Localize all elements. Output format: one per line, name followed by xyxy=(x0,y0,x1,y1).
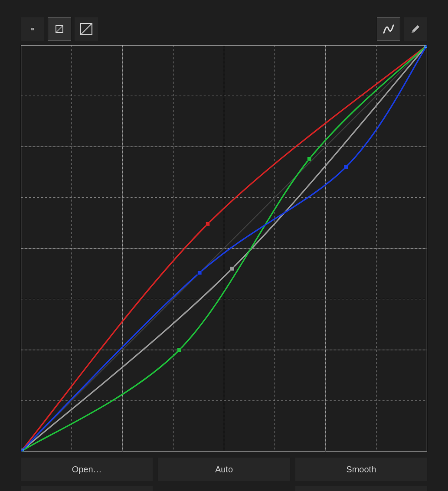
curves-panel: Open… Auto Smooth Save… Reset xyxy=(0,0,448,491)
thumb-size-group xyxy=(21,17,98,41)
curves-plot-area[interactable] xyxy=(21,45,427,452)
pencil-icon xyxy=(409,23,422,35)
thumb-medium-button[interactable] xyxy=(48,17,71,41)
curve-icon xyxy=(382,23,395,36)
svg-line-5 xyxy=(81,23,92,35)
action-row-1: Open… Auto Smooth Save… Reset xyxy=(21,458,427,491)
thumb-small-button[interactable] xyxy=(21,17,44,41)
curves-toolbar xyxy=(21,17,427,41)
svg-rect-31 xyxy=(307,157,311,161)
save-button[interactable]: Save… xyxy=(21,486,153,491)
reset-button[interactable]: Reset xyxy=(295,486,427,491)
pencil-mode-button[interactable] xyxy=(404,17,427,41)
svg-line-1 xyxy=(31,27,34,31)
medium-square-icon xyxy=(54,23,65,35)
svg-line-3 xyxy=(56,26,63,33)
svg-rect-30 xyxy=(177,348,181,352)
small-square-icon xyxy=(28,25,37,33)
blank-slot xyxy=(158,486,290,491)
svg-rect-28 xyxy=(230,267,234,271)
curve-mode-button[interactable] xyxy=(377,17,400,41)
open-button[interactable]: Open… xyxy=(21,458,153,481)
thumb-large-button[interactable] xyxy=(75,17,98,41)
curves-chart[interactable] xyxy=(21,45,427,452)
svg-rect-32 xyxy=(198,271,202,275)
auto-button[interactable]: Auto xyxy=(158,458,290,481)
svg-rect-33 xyxy=(344,165,348,169)
smooth-button[interactable]: Smooth xyxy=(295,458,427,481)
edit-mode-group xyxy=(377,17,427,41)
svg-rect-29 xyxy=(206,222,209,226)
large-square-icon xyxy=(79,22,94,36)
